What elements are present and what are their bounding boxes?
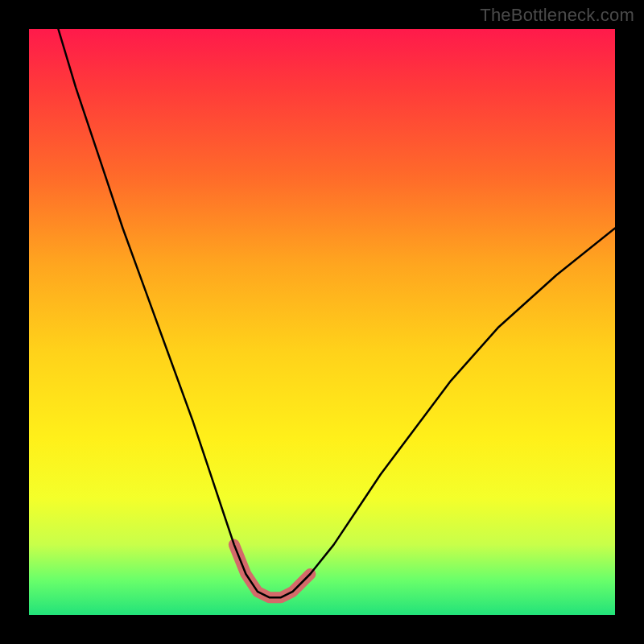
curve-layer	[29, 29, 615, 615]
main-curve-path	[58, 29, 615, 597]
watermark-text: TheBottleneck.com	[480, 5, 634, 26]
plot-area	[29, 29, 615, 615]
chart-frame: TheBottleneck.com	[0, 0, 644, 644]
